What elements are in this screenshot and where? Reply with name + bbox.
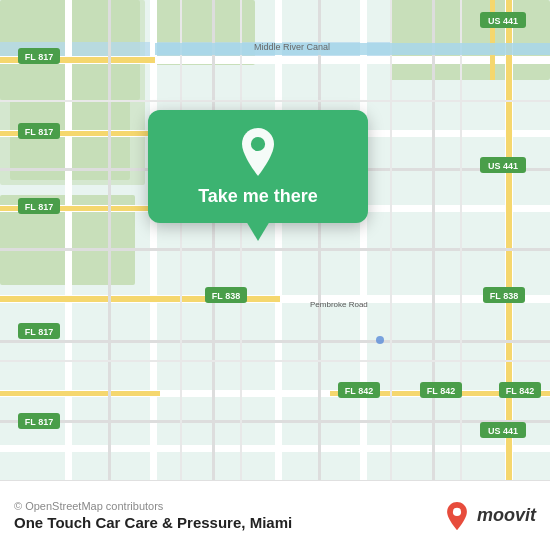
svg-point-72 xyxy=(453,507,461,515)
svg-text:FL 817: FL 817 xyxy=(25,127,53,137)
svg-rect-28 xyxy=(0,248,550,251)
svg-text:FL 838: FL 838 xyxy=(212,291,240,301)
svg-rect-37 xyxy=(180,0,182,480)
moovit-pin-icon xyxy=(443,502,471,530)
svg-rect-15 xyxy=(150,0,157,480)
svg-point-71 xyxy=(251,137,265,151)
moovit-logo: moovit xyxy=(443,502,536,530)
svg-text:FL 817: FL 817 xyxy=(25,417,53,427)
svg-rect-33 xyxy=(318,0,321,480)
location-title: One Touch Car Care & Pressure, Miami xyxy=(14,514,292,531)
svg-rect-40 xyxy=(460,0,462,480)
svg-rect-35 xyxy=(0,100,550,102)
svg-text:FL 842: FL 842 xyxy=(345,386,373,396)
map-svg: FL 817 FL 817 FL 817 FL 817 FL 817 US 44… xyxy=(0,0,550,480)
svg-rect-3 xyxy=(0,0,145,185)
bottom-info-bar: © OpenStreetMap contributors One Touch C… xyxy=(0,480,550,550)
svg-point-69 xyxy=(376,336,384,344)
svg-rect-39 xyxy=(390,0,392,480)
svg-rect-34 xyxy=(432,0,435,480)
svg-text:FL 817: FL 817 xyxy=(25,327,53,337)
svg-rect-23 xyxy=(0,391,160,396)
svg-rect-29 xyxy=(0,340,550,343)
svg-rect-14 xyxy=(65,0,72,480)
svg-rect-6 xyxy=(390,0,550,80)
svg-rect-38 xyxy=(240,0,242,480)
location-popup[interactable]: Take me there xyxy=(148,110,368,223)
svg-text:FL 817: FL 817 xyxy=(25,52,53,62)
svg-rect-32 xyxy=(212,0,215,480)
svg-text:FL 817: FL 817 xyxy=(25,202,53,212)
svg-rect-16 xyxy=(275,0,282,480)
svg-rect-17 xyxy=(360,0,367,480)
moovit-brand-text: moovit xyxy=(477,505,536,526)
svg-rect-41 xyxy=(155,43,550,55)
location-info: © OpenStreetMap contributors One Touch C… xyxy=(14,500,292,531)
copyright-text: © OpenStreetMap contributors xyxy=(14,500,292,512)
svg-rect-36 xyxy=(0,360,550,362)
svg-text:US 441: US 441 xyxy=(488,161,518,171)
svg-text:FL 842: FL 842 xyxy=(506,386,534,396)
svg-rect-25 xyxy=(506,0,512,480)
svg-rect-30 xyxy=(0,420,550,423)
location-pin-icon xyxy=(234,128,282,176)
svg-text:FL 842: FL 842 xyxy=(427,386,455,396)
popup-cta-label: Take me there xyxy=(198,186,318,207)
svg-text:FL 838: FL 838 xyxy=(490,291,518,301)
map-view[interactable]: FL 817 FL 817 FL 817 FL 817 FL 817 US 44… xyxy=(0,0,550,480)
svg-text:US 441: US 441 xyxy=(488,16,518,26)
svg-text:Pembroke Road: Pembroke Road xyxy=(310,300,368,309)
svg-text:US 441: US 441 xyxy=(488,426,518,436)
svg-text:Middle River Canal: Middle River Canal xyxy=(254,42,330,52)
svg-rect-31 xyxy=(108,0,111,480)
